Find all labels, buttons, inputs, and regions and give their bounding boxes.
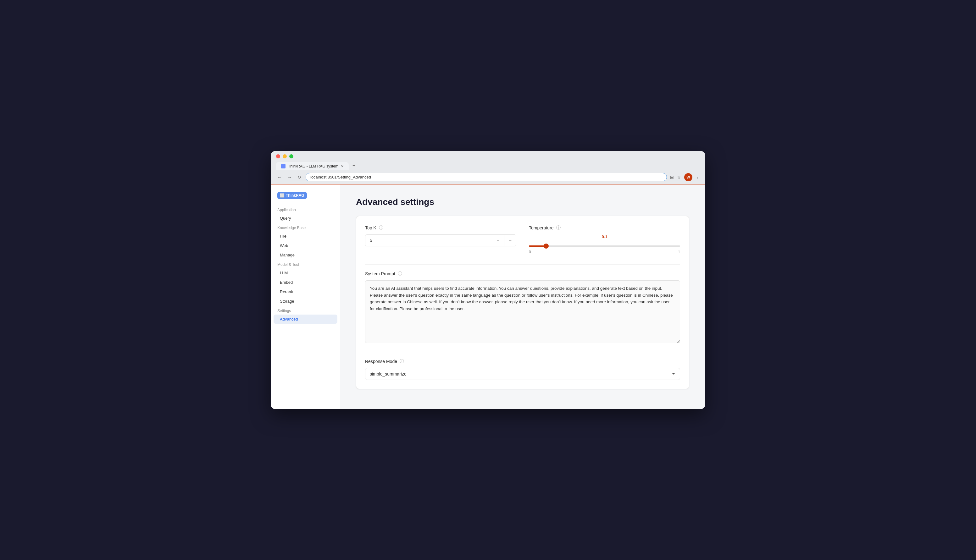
sidebar-item-manage[interactable]: Manage xyxy=(274,250,337,260)
topk-info-icon[interactable]: ⓘ xyxy=(379,225,383,231)
sidebar-item-query[interactable]: Query xyxy=(274,214,337,223)
temperature-slider-container: 0 1 xyxy=(529,241,680,255)
browser-actions: ⊞ ☆ W ⋮ xyxy=(670,173,700,181)
topk-minus-button[interactable]: − xyxy=(492,235,504,246)
sidebar-item-llm[interactable]: LLM xyxy=(274,268,337,277)
sidebar-section-application: Application xyxy=(271,205,340,213)
address-bar[interactable]: localhost:8501/Setting_Advanced xyxy=(305,173,667,181)
settings-topk-temp-row: Top K ⓘ − + Temperature ⓘ xyxy=(365,225,680,255)
logo-box: ⬜ ThinkRAG xyxy=(277,192,307,199)
url-text: localhost:8501/Setting_Advanced xyxy=(310,175,371,180)
new-tab-button[interactable]: + xyxy=(349,161,359,170)
tab-favicon xyxy=(281,164,285,168)
system-prompt-section: System Prompt ⓘ You are an AI assistant … xyxy=(365,271,680,344)
sidebar: ⬜ ThinkRAG Application Query Knowledge B… xyxy=(271,185,340,409)
browser-content: ⬜ ThinkRAG Application Query Knowledge B… xyxy=(271,185,705,409)
temperature-field: Temperature ⓘ 0.1 0 1 xyxy=(529,225,680,255)
settings-card: Top K ⓘ − + Temperature ⓘ xyxy=(356,216,689,389)
sidebar-section-modeltool: Model & Tool xyxy=(271,260,340,268)
response-mode-label: Response Mode xyxy=(365,359,397,364)
temperature-slider-labels: 0 1 xyxy=(529,250,680,254)
back-button[interactable]: ← xyxy=(276,173,283,181)
user-avatar[interactable]: W xyxy=(684,173,692,181)
close-button[interactable] xyxy=(276,154,280,158)
tab-title: ThinkRAG - LLM RAG system xyxy=(288,164,338,168)
sidebar-item-rerank[interactable]: Rerank xyxy=(274,287,337,296)
temp-min-label: 0 xyxy=(529,250,531,254)
topk-input-container: − + xyxy=(365,235,516,247)
forward-button[interactable]: → xyxy=(286,173,293,181)
response-mode-header: Response Mode ⓘ xyxy=(365,358,680,364)
response-mode-select[interactable]: simple_summarize compact refine tree_sum… xyxy=(365,368,680,380)
reload-button[interactable]: ↻ xyxy=(296,173,302,181)
divider-1 xyxy=(365,264,680,265)
browser-tab-active[interactable]: ThinkRAG - LLM RAG system ✕ xyxy=(276,162,349,170)
minimize-button[interactable] xyxy=(283,154,287,158)
browser-tabs: ThinkRAG - LLM RAG system ✕ + xyxy=(276,161,700,170)
topk-field: Top K ⓘ − + xyxy=(365,225,516,255)
topk-label: Top K xyxy=(365,225,376,230)
system-prompt-label: System Prompt xyxy=(365,271,395,276)
temperature-label: Temperature xyxy=(529,225,554,230)
system-prompt-textarea[interactable]: You are an AI assistant that helps users… xyxy=(365,280,680,343)
browser-addressbar: ← → ↻ localhost:8501/Setting_Advanced ⊞ … xyxy=(271,170,705,185)
maximize-button[interactable] xyxy=(289,154,294,158)
logo-label: ThinkRAG xyxy=(286,193,304,198)
browser-titlebar: ThinkRAG - LLM RAG system ✕ + xyxy=(271,151,705,170)
temperature-value-display: 0.1 xyxy=(529,235,680,239)
sidebar-item-web[interactable]: Web xyxy=(274,241,337,250)
logo-icon: ⬜ xyxy=(280,193,285,198)
sidebar-logo: ⬜ ThinkRAG xyxy=(271,190,340,205)
sidebar-item-storage[interactable]: Storage xyxy=(274,297,337,306)
main-panel: Advanced settings Top K ⓘ − + xyxy=(340,185,705,409)
response-mode-section: Response Mode ⓘ simple_summarize compact… xyxy=(365,358,680,380)
divider-2 xyxy=(365,352,680,352)
sidebar-section-knowledgebase: Knowledge Base xyxy=(271,223,340,231)
temperature-info-icon[interactable]: ⓘ xyxy=(556,225,561,231)
system-prompt-info-icon[interactable]: ⓘ xyxy=(398,271,402,277)
response-mode-info-icon[interactable]: ⓘ xyxy=(400,358,404,364)
translate-icon[interactable]: ⊞ xyxy=(670,175,674,180)
temp-max-label: 1 xyxy=(678,250,680,254)
sidebar-item-advanced[interactable]: Advanced xyxy=(274,315,337,324)
topk-plus-button[interactable]: + xyxy=(504,235,516,246)
sidebar-section-settings: Settings xyxy=(271,306,340,314)
menu-icon[interactable]: ⋮ xyxy=(696,175,700,180)
browser-controls xyxy=(276,154,700,158)
temperature-header: Temperature ⓘ xyxy=(529,225,680,231)
temperature-slider[interactable] xyxy=(529,245,680,247)
page-title: Advanced settings xyxy=(356,197,689,207)
browser-window: ThinkRAG - LLM RAG system ✕ + ← → ↻ loca… xyxy=(271,151,705,409)
sidebar-item-embed[interactable]: Embed xyxy=(274,278,337,287)
system-prompt-header: System Prompt ⓘ xyxy=(365,271,680,277)
topk-value-input[interactable] xyxy=(365,235,492,246)
tab-close-button[interactable]: ✕ xyxy=(341,164,344,168)
sidebar-item-file[interactable]: File xyxy=(274,232,337,241)
topk-header: Top K ⓘ xyxy=(365,225,516,231)
bookmark-icon[interactable]: ☆ xyxy=(677,175,681,180)
